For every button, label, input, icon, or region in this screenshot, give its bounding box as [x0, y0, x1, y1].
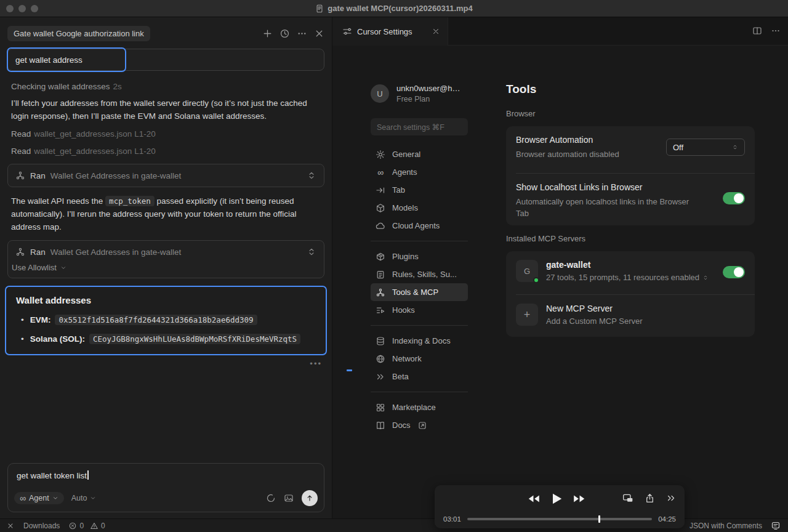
read-file-line[interactable]: Readwallet_get_addresses.json L1-20	[11, 147, 321, 156]
zoom-window-button[interactable]	[31, 5, 38, 12]
play-button[interactable]	[549, 491, 564, 506]
sidebar-item-cloud-agents[interactable]: Cloud Agents	[371, 217, 468, 235]
remote-indicator-icon[interactable]	[6, 522, 15, 530]
sidebar-item-general[interactable]: General	[371, 145, 468, 163]
window-title: gate wallet MCP(cursor)20260311.mp4	[0, 4, 788, 13]
seek-bar[interactable]	[467, 518, 652, 520]
read-file-line[interactable]: Readwallet_get_addresses.json L1-20	[11, 129, 321, 139]
wallet-addresses-result: Wallet addresses • EVM:0x5512f1d516a8f7f…	[5, 286, 327, 355]
browser-automation-row: Browser Automation Browser automation di…	[506, 126, 755, 173]
sidebar-item-indexing-docs[interactable]: Indexing & Docs	[371, 332, 468, 350]
sidebar-item-agents[interactable]: ∞ Agents	[371, 163, 468, 181]
divider	[371, 241, 468, 241]
share-icon[interactable]	[645, 493, 655, 504]
account-info[interactable]: U unkn0wuser@h… Free Plan	[371, 84, 468, 103]
new-mcp-server-row[interactable]: + New MCP Server Add a Custom MCP Server	[506, 295, 755, 337]
playhead[interactable]	[598, 515, 600, 523]
sidebar-item-rules-skills[interactable]: Rules, Skills, Su...	[371, 265, 468, 283]
page-title: Tools	[506, 83, 755, 96]
search-settings-input[interactable]: Search settings ⌘F	[371, 118, 468, 135]
message-more-button[interactable]: •••	[7, 359, 324, 368]
browser-automation-dropdown[interactable]: Off	[666, 139, 745, 156]
chevron-down-icon	[52, 495, 58, 501]
rewind-button[interactable]	[527, 493, 541, 504]
cloud-icon	[376, 221, 385, 231]
divider	[371, 325, 468, 326]
warning-icon	[90, 522, 98, 530]
sidebar-item-hooks[interactable]: Hooks	[371, 301, 468, 319]
bullet: •	[21, 332, 24, 345]
cube-icon	[376, 203, 385, 213]
text-caret	[87, 470, 89, 480]
tab-arrow-icon	[376, 185, 385, 195]
model-selector[interactable]: Auto	[71, 494, 97, 502]
tool-run-card[interactable]: Ran Wallet Get Addresses in gate-wallet …	[7, 240, 324, 278]
composer-input[interactable]: get wallet token list	[8, 464, 324, 480]
server-name: gate-wallet	[546, 260, 709, 270]
plus-icon: +	[516, 304, 538, 326]
chat-thread-title[interactable]: Gate wallet Google authorization link	[7, 26, 150, 41]
agent-status-line[interactable]: Checking wallet addresses2s	[11, 82, 321, 91]
cursor-tab-indicator-icon[interactable]	[771, 521, 781, 531]
use-allowlist-dropdown[interactable]: Use Allowlist	[8, 263, 324, 278]
send-button[interactable]	[302, 490, 318, 506]
sidebar-item-network[interactable]: Network	[371, 350, 468, 368]
editor-more-icon[interactable]	[771, 26, 781, 36]
sidebar-item-plugins[interactable]: Plugins	[371, 248, 468, 265]
chevron-down-icon	[90, 495, 96, 501]
mcp-server-row[interactable]: G gate-wallet 27 tools, 15 prompts, 11 r…	[506, 251, 755, 294]
traffic-lights[interactable]	[6, 5, 38, 12]
minimize-window-button[interactable]	[18, 5, 26, 12]
close-window-button[interactable]	[6, 5, 14, 12]
tab-cursor-settings[interactable]: Cursor Settings	[332, 17, 448, 46]
statusbar-folder[interactable]: Downloads	[23, 522, 60, 530]
mcp-tool-icon	[15, 171, 25, 180]
more-options-icon[interactable]	[297, 28, 307, 39]
chat-composer[interactable]: get wallet token list ∞ Agent Auto	[7, 463, 324, 512]
history-icon[interactable]	[279, 28, 290, 39]
tool-run-card[interactable]: Ran Wallet Get Addresses in gate-wallet	[7, 164, 324, 187]
close-tab-icon[interactable]	[432, 27, 440, 36]
localhost-links-toggle[interactable]	[723, 192, 745, 204]
sidebar-item-docs[interactable]: Docs	[371, 416, 468, 434]
evm-address: 0x5512f1d516a8f7fd2644321d366a18b2ae6dd3…	[55, 315, 257, 325]
new-chat-icon[interactable]	[262, 28, 273, 39]
problems-indicator[interactable]: 0 0	[68, 522, 105, 530]
picture-in-picture-icon[interactable]	[622, 493, 633, 504]
sidebar-item-tools-mcp[interactable]: Tools & MCP	[371, 283, 468, 301]
user-message[interactable]: get wallet address	[7, 49, 324, 71]
mcp-server-toggle[interactable]	[723, 266, 745, 278]
expand-collapse-icon[interactable]	[307, 247, 316, 257]
expand-collapse-icon[interactable]	[307, 171, 316, 180]
video-file-icon	[315, 4, 324, 13]
more-controls-icon[interactable]	[666, 493, 676, 503]
sidebar-item-marketplace[interactable]: Marketplace	[371, 398, 468, 416]
attach-image-icon[interactable]	[284, 493, 294, 503]
assistant-paragraph: The wallet API needs the mcp_token passe…	[11, 195, 321, 233]
annotation-dash	[347, 369, 352, 371]
macos-window: gate wallet MCP(cursor)20260311.mp4 Gate…	[0, 0, 788, 532]
account-email: unkn0wuser@h…	[396, 84, 460, 93]
language-mode[interactable]: JSON with Comments	[690, 522, 762, 530]
server-avatar: G	[516, 260, 538, 282]
server-summary[interactable]: 27 tools, 15 prompts, 11 resources enabl…	[546, 273, 709, 282]
globe-icon	[376, 354, 385, 364]
split-editor-icon[interactable]	[752, 26, 762, 36]
browser-group-label: Browser	[506, 109, 755, 118]
sidebar-item-models[interactable]: Models	[371, 199, 468, 217]
sidebar-item-beta[interactable]: Beta	[371, 368, 468, 385]
status-duration: 2s	[113, 82, 122, 91]
solana-address: CEoyJGB8ngxWsHhLUeAs8dBWpMoRSfXRiDesMeVR…	[89, 334, 300, 344]
current-time: 03:01	[443, 515, 461, 523]
chat-header: Gate wallet Google authorization link	[7, 26, 324, 41]
database-icon	[376, 336, 385, 346]
inline-code: mcp_token	[105, 196, 155, 206]
error-icon	[68, 522, 77, 530]
book-icon	[376, 421, 385, 430]
hooks-icon	[376, 305, 385, 315]
close-panel-icon[interactable]	[314, 28, 324, 39]
fast-forward-button[interactable]	[573, 493, 586, 504]
sidebar-item-tab[interactable]: Tab	[371, 181, 468, 199]
package-icon	[376, 252, 385, 262]
agent-mode-selector[interactable]: ∞ Agent	[14, 492, 64, 504]
